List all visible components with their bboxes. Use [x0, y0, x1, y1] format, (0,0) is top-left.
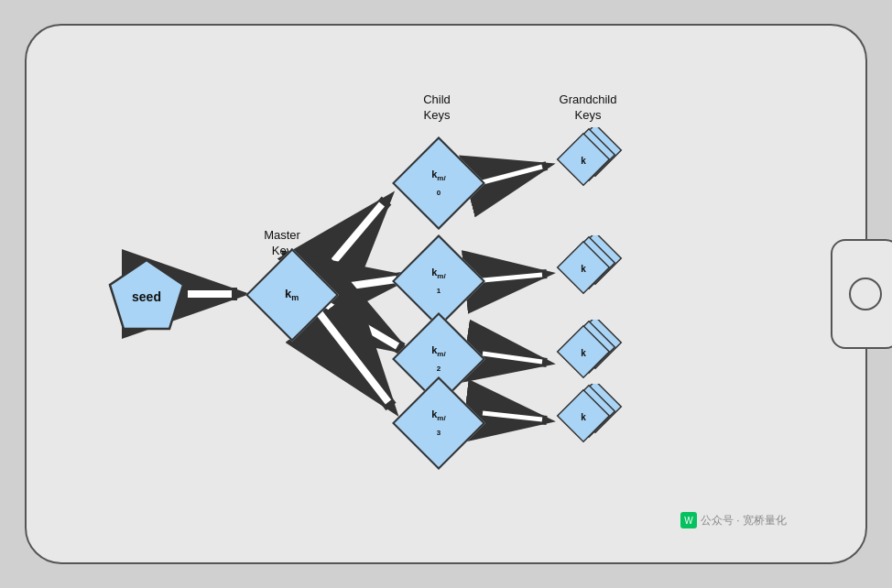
- grandchild-0-stack: k: [545, 127, 636, 210]
- svg-text:k: k: [581, 156, 586, 166]
- grandchild-1-stack: k: [545, 235, 636, 318]
- grandchild-3-stack: k: [545, 384, 636, 466]
- master-key-label: Master Key: [250, 228, 314, 259]
- wechat-icon: W: [680, 512, 697, 528]
- wallet-clasp: [831, 239, 892, 349]
- watermark-text: 公众号 · 宽桥量化: [701, 513, 787, 528]
- seed-pentagon: seed: [105, 256, 188, 338]
- svg-text:k: k: [581, 412, 586, 422]
- svg-text:k: k: [581, 264, 586, 274]
- seed-label: seed: [132, 289, 161, 304]
- svg-text:k: k: [581, 348, 586, 358]
- grandchild-keys-label: Grandchild Keys: [547, 93, 629, 124]
- diagram: seed Master Key km Child Keys Grandchild…: [80, 47, 812, 541]
- wallet-clasp-circle: [849, 278, 882, 310]
- wallet-container: seed Master Key km Child Keys Grandchild…: [25, 24, 867, 564]
- watermark: W 公众号 · 宽桥量化: [680, 512, 787, 528]
- child-keys-label: Child Keys: [405, 93, 469, 124]
